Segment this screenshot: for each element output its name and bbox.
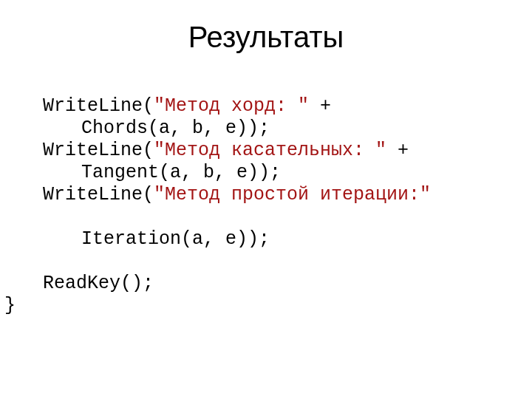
code-line-2: Chords(a, b, e)); [43, 117, 270, 139]
code-line-7: ReadKey(); [43, 273, 154, 294]
code-line-4: Tangent(a, b, e)); [43, 162, 281, 183]
code-line-1: WriteLine("Метод хорд: " + [43, 95, 331, 117]
slide-title: Результаты [0, 0, 532, 54]
code-line-5: WriteLine("Метод простой итерации:" [43, 184, 431, 205]
code-line-3: WriteLine("Метод касательных: " + [43, 140, 409, 161]
code-line-8: } [0, 295, 532, 317]
code-line-6: Iteration(a, e)); [43, 228, 270, 250]
code-block: WriteLine("Метод хорд: " + Chords(a, b, … [0, 54, 532, 295]
